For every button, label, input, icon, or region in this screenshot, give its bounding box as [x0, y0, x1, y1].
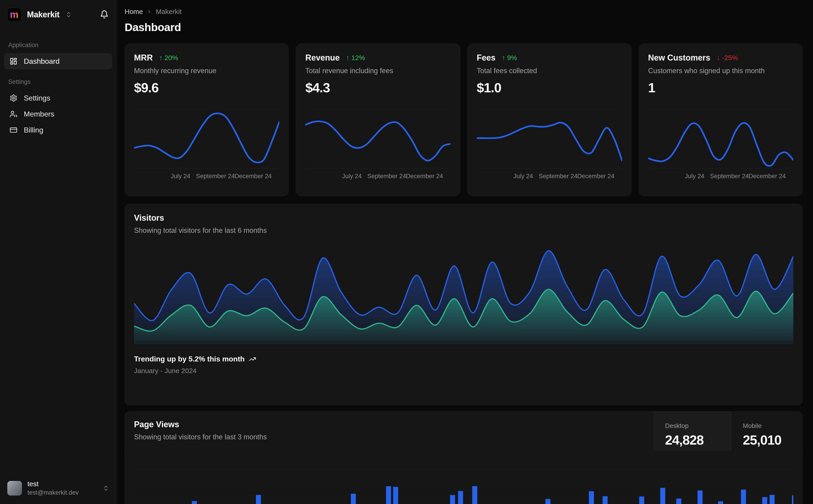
chevrons-up-down-icon	[103, 485, 109, 491]
stat-value: $1.0	[477, 80, 622, 95]
breadcrumb: Home Makerkit	[125, 8, 803, 16]
x-axis-label: July 24	[513, 173, 533, 180]
billing-icon	[10, 126, 17, 134]
tab-mobile[interactable]: Mobile 25,010	[731, 411, 802, 451]
stat-card-fees: Fees ↑9% Total fees collected $1.0 July …	[467, 44, 632, 196]
user-avatar	[7, 481, 22, 496]
x-axis-label: September 24	[538, 173, 577, 180]
customers-sparkline-chart	[648, 105, 793, 167]
x-axis-label: December 24	[235, 173, 272, 180]
x-axis-label: September 24	[367, 173, 406, 180]
tab-mobile-label: Mobile	[743, 422, 802, 430]
brand-logo: m	[7, 8, 21, 21]
page-views-card: Page Views Showing total visitors for th…	[125, 411, 803, 504]
stat-title: New Customers	[648, 53, 710, 63]
stat-card-mrr: MRR ↑20% Monthly recurring revenue $9.6 …	[125, 44, 289, 196]
trending-up-icon	[249, 355, 256, 363]
visitors-title: Visitors	[134, 213, 793, 223]
x-axis: July 24 September 24 December 24	[134, 168, 279, 183]
fees-sparkline-chart	[477, 105, 622, 167]
x-axis-label: July 24	[170, 173, 190, 180]
trend-badge: ↑12%	[346, 54, 365, 62]
visitors-chart	[134, 244, 793, 344]
sidebar-item-dashboard[interactable]: Dashboard	[4, 53, 112, 69]
x-axis-label: September 24	[710, 173, 749, 180]
stat-subtitle: Customers who signed up this month	[648, 67, 793, 75]
visitors-trending: Trending up by 5.2% this month	[134, 355, 793, 363]
chevrons-up-down-icon	[65, 11, 72, 18]
page-title: Dashboard	[125, 21, 803, 34]
brand-name: Makerkit	[27, 10, 59, 19]
stat-subtitle: Total fees collected	[477, 67, 622, 75]
sidebar-item-label: Members	[24, 110, 54, 118]
sidebar-item-settings[interactable]: Settings	[4, 90, 112, 106]
x-axis-label: July 24	[685, 173, 704, 180]
nav-section-application: Application	[8, 42, 108, 49]
arrow-up-icon: ↑	[346, 54, 349, 62]
sidebar-item-label: Dashboard	[24, 57, 60, 66]
stat-value: 1	[648, 80, 793, 95]
trend-badge: ↑9%	[502, 54, 517, 62]
stat-value: $9.6	[134, 80, 279, 95]
page-views-chart	[134, 451, 793, 504]
page-views-title: Page Views	[134, 420, 644, 429]
page-views-subtitle: Showing total visitors for the last 3 mo…	[134, 433, 644, 441]
stat-cards-row: MRR ↑20% Monthly recurring revenue $9.6 …	[125, 44, 803, 196]
stat-card-revenue: Revenue ↑12% Total revenue including fee…	[296, 44, 460, 196]
tab-desktop-label: Desktop	[665, 422, 731, 430]
stat-card-new-customers: New Customers ↓-25% Customers who signed…	[639, 44, 803, 196]
stat-subtitle: Monthly recurring revenue	[134, 67, 279, 75]
visitors-subtitle: Showing total visitors for the last 6 mo…	[134, 226, 793, 235]
tab-mobile-value: 25,010	[743, 432, 802, 448]
sidebar-header: m Makerkit	[4, 7, 112, 22]
settings-icon	[10, 94, 17, 102]
x-axis: July 24 September 24 December 24	[477, 168, 622, 183]
sidebar-item-label: Billing	[24, 126, 43, 134]
stat-title: Revenue	[305, 53, 340, 63]
app-root: m Makerkit Application Dashboard Setting…	[0, 0, 813, 504]
x-axis-label: December 24	[749, 173, 786, 180]
brand-logo-letter: m	[10, 10, 18, 19]
revenue-sparkline-chart	[305, 105, 450, 167]
x-axis-label: September 24	[196, 173, 235, 180]
user-name: test	[27, 480, 97, 488]
nav-section-settings: Settings	[8, 78, 108, 85]
user-info: test test@makerkit.dev	[27, 480, 97, 496]
x-axis: July 24 September 24 December 24	[305, 168, 450, 183]
trend-badge: ↓-25%	[717, 54, 738, 62]
sidebar-item-members[interactable]: Members	[4, 106, 112, 122]
stat-title: MRR	[134, 53, 153, 63]
x-axis: July 24 September 24 December 24	[648, 168, 793, 183]
workspace-selector[interactable]: m Makerkit	[7, 8, 72, 21]
tab-desktop-value: 24,828	[665, 432, 731, 448]
tab-desktop[interactable]: Desktop 24,828	[654, 411, 731, 451]
breadcrumb-current: Makerkit	[156, 8, 181, 16]
sidebar-nav: Application Dashboard Settings Settings …	[4, 42, 112, 138]
visitors-range: January - June 2024	[134, 367, 793, 375]
breadcrumb-home[interactable]: Home	[125, 8, 143, 16]
stat-value: $4.3	[305, 80, 450, 95]
x-axis-label: December 24	[577, 173, 614, 180]
arrow-up-icon: ↑	[502, 54, 505, 62]
user-menu[interactable]: test test@makerkit.dev	[4, 478, 112, 498]
x-axis-label: December 24	[406, 173, 443, 180]
stat-title: Fees	[477, 53, 496, 63]
stat-subtitle: Total revenue including fees	[305, 67, 450, 75]
trend-badge: ↑20%	[159, 54, 178, 62]
x-axis-label: July 24	[342, 173, 362, 180]
main-content: Home Makerkit Dashboard MRR ↑20% Monthly…	[117, 0, 813, 504]
arrow-down-icon: ↓	[717, 54, 720, 62]
user-email: test@makerkit.dev	[27, 489, 97, 496]
visitors-card: Visitors Showing total visitors for the …	[125, 204, 803, 405]
chevron-right-icon	[146, 9, 152, 14]
bell-icon	[100, 10, 109, 19]
sidebar: m Makerkit Application Dashboard Setting…	[0, 0, 117, 504]
mrr-sparkline-chart	[134, 105, 279, 167]
sidebar-item-label: Settings	[24, 94, 50, 102]
dashboard-icon	[10, 57, 17, 65]
members-icon	[10, 110, 17, 118]
notifications-button[interactable]	[100, 10, 109, 19]
arrow-up-icon: ↑	[159, 54, 162, 62]
sidebar-item-billing[interactable]: Billing	[4, 122, 112, 138]
